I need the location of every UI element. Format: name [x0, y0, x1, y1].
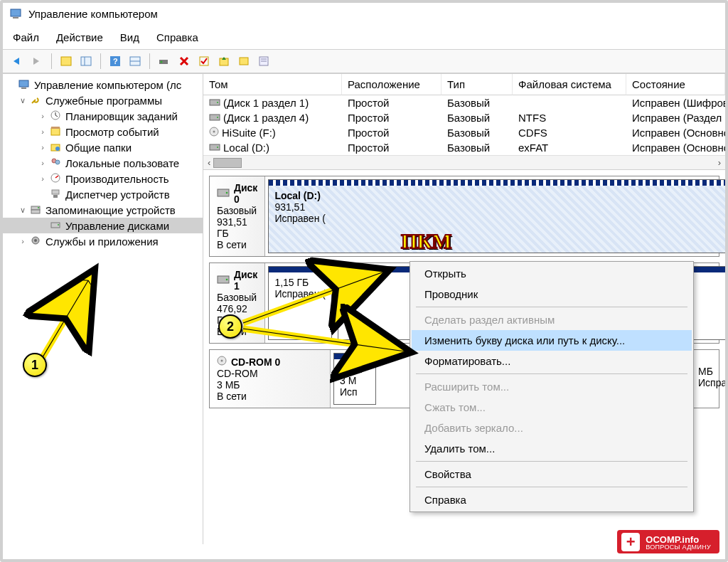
- disk-type: CD-ROM: [217, 368, 323, 379]
- volume-status: Исправен (Основной: [626, 125, 725, 140]
- svg-rect-18: [21, 88, 26, 89]
- tree-twisty-icon[interactable]: ›: [18, 237, 27, 245]
- volume-type: Базовый: [441, 125, 513, 140]
- col-fs[interactable]: Файловая система: [513, 74, 626, 95]
- delete-button[interactable]: [176, 53, 193, 70]
- tree-item-label: Локальные пользовате: [65, 157, 179, 169]
- volume-row[interactable]: (Диск 1 раздел 4) Простой Базовый NTFS И…: [203, 110, 725, 125]
- menu-view[interactable]: Вид: [120, 31, 139, 43]
- volume-row[interactable]: (Диск 1 раздел 1) Простой Базовый Исправ…: [203, 95, 725, 110]
- search-button[interactable]: [235, 53, 252, 70]
- context-item-14[interactable]: Справка: [412, 489, 692, 510]
- volume-fs: [513, 95, 626, 110]
- menu-file[interactable]: Файл: [13, 31, 39, 43]
- context-separator: [416, 307, 687, 307]
- disk-size: 931,51 ГБ: [217, 216, 257, 239]
- hdd-icon: [217, 274, 230, 287]
- layout-button[interactable]: [127, 53, 144, 70]
- volume-type: Базовый: [441, 95, 513, 110]
- properties-button[interactable]: [255, 53, 272, 70]
- context-item-5[interactable]: Форматировать...: [412, 351, 692, 371]
- volume-fs: exFAT: [513, 140, 626, 155]
- tree-item-5[interactable]: › Локальные пользовате: [3, 155, 203, 171]
- volume-row[interactable]: Local (D:) Простой Базовый exFAT Исправе…: [203, 140, 725, 155]
- col-layout[interactable]: Расположение: [342, 74, 441, 95]
- tree-twisty-icon[interactable]: ∨: [18, 206, 27, 215]
- context-item-3: Сделать раздел активным: [412, 309, 692, 330]
- disk-partitions: Local (D:) 931,51 Исправен (: [265, 176, 725, 256]
- disk-type: Базовый: [217, 205, 257, 216]
- tree-twisty-icon[interactable]: ›: [38, 143, 47, 152]
- volume-table-header[interactable]: Том Расположение Тип Файловая система Со…: [203, 74, 725, 95]
- context-separator: [416, 487, 687, 487]
- hdd-icon: [217, 187, 230, 201]
- volume-scrollbar[interactable]: ‹ ›: [203, 155, 725, 169]
- show-tree-button[interactable]: [58, 53, 75, 70]
- context-menu[interactable]: ОткрытьПроводникСделать раздел активнымИ…: [410, 261, 694, 512]
- tree-twisty-icon[interactable]: ›: [38, 127, 47, 136]
- partition-stripe: [334, 354, 375, 359]
- tree-item-10[interactable]: › Службы и приложения: [3, 233, 203, 249]
- forward-button[interactable]: [28, 53, 46, 70]
- svg-point-25: [55, 160, 60, 164]
- svg-rect-28: [53, 195, 58, 198]
- partition-stripe: [269, 267, 331, 272]
- context-item-0[interactable]: Открыть: [412, 263, 692, 284]
- settings-button[interactable]: [156, 53, 173, 70]
- back-button[interactable]: [9, 53, 26, 70]
- tree-item-0[interactable]: Управление компьютером (лс: [3, 77, 203, 92]
- up-button[interactable]: [215, 53, 232, 70]
- volume-row[interactable]: HiSuite (F:) Простой Базовый CDFS Исправ…: [203, 125, 725, 140]
- tree-item-label: Диспетчер устройств: [65, 189, 170, 201]
- help-button[interactable]: ?: [107, 53, 124, 70]
- tree-twisty-icon[interactable]: ∨: [18, 96, 27, 105]
- tree-item-9[interactable]: Управление дисками: [3, 218, 203, 233]
- context-item-10[interactable]: Удалить том...: [412, 438, 692, 459]
- tree-item-3[interactable]: › Просмотр событий: [3, 124, 203, 139]
- context-item-12[interactable]: Свойства: [412, 464, 692, 484]
- tree-item-label: Общие папки: [65, 142, 132, 154]
- context-item-9: Добавить зеркало...: [412, 418, 692, 438]
- tree-item-7[interactable]: Диспетчер устройств: [3, 186, 203, 202]
- tree-item-2[interactable]: › Планировщик заданий: [3, 108, 203, 124]
- partition-status: Исправен (: [274, 213, 725, 224]
- tree-twisty-icon[interactable]: ›: [38, 112, 47, 120]
- partition[interactable]: 1,15 ГБ Исправен (: [268, 266, 332, 340]
- col-type[interactable]: Тип: [441, 74, 513, 95]
- tree-item-4[interactable]: › Общие папки: [3, 139, 203, 155]
- panes-button[interactable]: [77, 53, 95, 70]
- folder-shared-icon: [50, 141, 63, 154]
- menu-help[interactable]: Справка: [156, 31, 198, 43]
- menu-action[interactable]: Действие: [56, 31, 103, 43]
- event-icon: [50, 125, 63, 138]
- partition-status: Исправен (: [274, 288, 326, 299]
- volume-layout: Простой: [342, 95, 441, 110]
- tree-item-6[interactable]: › Производительность: [3, 171, 203, 186]
- partition[interactable]: Local (D:) 931,51 Исправен (: [268, 179, 725, 253]
- volume-layout: Простой: [342, 140, 441, 155]
- context-item-4[interactable]: Изменить букву диска или путь к диску...: [412, 330, 692, 351]
- check-button[interactable]: [196, 53, 213, 70]
- col-volume[interactable]: Том: [203, 74, 342, 95]
- tree-twisty-icon[interactable]: ›: [38, 159, 47, 167]
- disk-block-0[interactable]: Диск 0 Базовый 931,51 ГБ В сети Local (D…: [209, 176, 719, 257]
- tree-item-8[interactable]: ∨ Запоминающие устройств: [3, 202, 203, 218]
- svg-rect-21: [51, 127, 60, 129]
- tree-item-1[interactable]: ∨ Служебные программы: [3, 92, 203, 108]
- svg-rect-17: [19, 80, 28, 87]
- disk-summary: Диск 1 Базовый 476,92 ГБ В сети: [210, 263, 265, 343]
- context-item-1[interactable]: Проводник: [412, 284, 692, 304]
- volume-name: Local (D:): [223, 142, 269, 154]
- window-title: Управление компьютером: [28, 8, 158, 20]
- navigation-tree[interactable]: Управление компьютером (лс∨ Служебные пр…: [3, 74, 203, 544]
- partition-name: HiSu: [340, 364, 370, 375]
- svg-rect-13: [240, 58, 248, 65]
- tree-twisty-icon[interactable]: ›: [38, 174, 47, 183]
- partition[interactable]: HiSu 3 М Исп: [333, 353, 376, 405]
- volume-fs: CDFS: [513, 125, 626, 140]
- disk-size: 3 МБ: [217, 379, 323, 391]
- col-status[interactable]: Состояние: [626, 74, 725, 95]
- svg-rect-3: [81, 57, 91, 65]
- svg-point-31: [38, 207, 39, 208]
- tree-item-label: Запоминающие устройств: [46, 204, 176, 216]
